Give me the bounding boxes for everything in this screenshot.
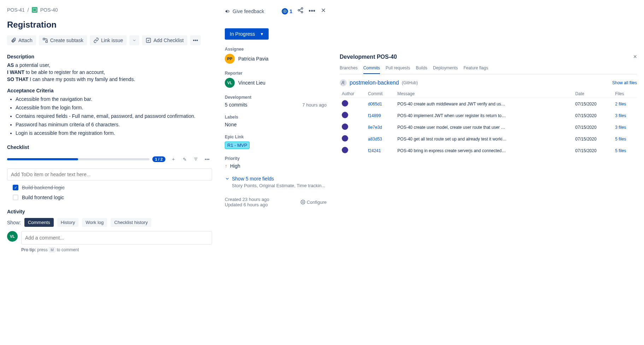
checklist-add-button[interactable]: ＋ (168, 154, 178, 164)
attach-button[interactable]: Attach (7, 35, 36, 45)
dev-panel-close[interactable]: × (633, 53, 637, 61)
breadcrumb: POS-41 / POS-40 (7, 7, 212, 13)
comment-input[interactable] (21, 231, 212, 245)
commit-author-avatar (342, 112, 348, 118)
activity-show-label: Show: (7, 220, 21, 225)
assignee-label: Assignee (225, 47, 327, 52)
commit-message: POS-40 create auth middleware and JWT ve… (397, 102, 507, 107)
commit-hash-link[interactable]: f24241 (368, 148, 381, 153)
show-more-fields[interactable]: Show 5 more fields (225, 176, 327, 182)
dev-tab-builds[interactable]: Builds (416, 65, 427, 74)
development-value[interactable]: 5 commits (225, 102, 247, 108)
checklist-edit-button[interactable]: ✎ (180, 154, 189, 164)
tab-checklist-history[interactable]: Checklist history (111, 218, 151, 227)
eye-icon (282, 8, 288, 15)
close-button[interactable] (320, 7, 327, 15)
commit-files-link[interactable]: 5 files (615, 148, 626, 153)
ac-item: Login is accessible from the registratio… (16, 130, 212, 136)
watch-button[interactable]: 1 (282, 8, 292, 15)
commit-hash-link[interactable]: a83d53 (368, 137, 382, 142)
checklist-item[interactable]: Build backend logic (13, 185, 212, 190)
link-issue-label: Link issue (101, 38, 123, 43)
col-files: Files (613, 90, 637, 98)
more-button[interactable]: ••• (309, 7, 315, 15)
tab-history[interactable]: History (57, 218, 78, 227)
desc-as: AS a potential user, (7, 62, 212, 68)
attach-label: Attach (18, 38, 33, 43)
labels-label: Labels (225, 115, 327, 120)
activity-heading: Activity (7, 209, 212, 214)
checklist-item[interactable]: Build frontend logic (13, 195, 212, 200)
checkbox-checked-icon[interactable] (13, 185, 18, 190)
dev-tab-deployments[interactable]: Deployments (433, 65, 458, 74)
commit-row: d065d1POS-40 create auth middleware and … (340, 98, 637, 110)
repo-name-link[interactable]: postmelon-backend (350, 80, 399, 86)
add-checklist-button[interactable]: Add Checklist (142, 35, 187, 45)
pencil-icon: ✎ (183, 157, 187, 162)
commit-author-avatar (342, 147, 348, 153)
checklist-icon (146, 38, 151, 43)
commit-files-link[interactable]: 5 files (615, 137, 626, 142)
epic-badge[interactable]: R1 - MVP (225, 142, 250, 149)
dev-tab-commits[interactable]: Commits (363, 65, 380, 74)
show-more-subtitle: Story Points, Original Estimate, Time tr… (232, 183, 327, 188)
dev-tab-featureflags[interactable]: Feature flags (463, 65, 488, 74)
create-subtask-label: Create subtask (50, 38, 83, 43)
dev-tab-branches[interactable]: Branches (340, 65, 358, 74)
commit-date: 07/15/2020 (573, 98, 613, 110)
checklist-filter-button[interactable] (191, 154, 201, 164)
configure-button[interactable]: Configure (300, 197, 327, 207)
tab-worklog[interactable]: Work log (82, 218, 107, 227)
assignee-value[interactable]: PP Patricia Pavia (225, 54, 327, 64)
show-all-files-link[interactable]: Show all files (612, 80, 637, 85)
issue-title[interactable]: Registration (7, 20, 212, 30)
link-issue-button[interactable]: Link issue (90, 35, 127, 45)
reporter-value[interactable]: VL Vincent Lieu (225, 78, 327, 88)
share-button[interactable] (297, 7, 304, 15)
watch-count: 1 (289, 8, 292, 14)
commit-date: 07/15/2020 (573, 110, 613, 121)
breadcrumb-parent[interactable]: POS-41 (7, 7, 25, 13)
commit-hash-link[interactable]: f14899 (368, 113, 381, 118)
create-subtask-button[interactable]: Create subtask (39, 35, 87, 45)
svg-line-10 (300, 9, 301, 10)
svg-point-8 (298, 10, 300, 11)
more-icon: ••• (193, 38, 198, 43)
close-icon (320, 7, 327, 13)
checklist-progress-bar (7, 158, 150, 160)
checklist-more-button[interactable]: ••• (202, 154, 212, 164)
tab-comments[interactable]: Comments (24, 218, 54, 227)
give-feedback-link[interactable]: Give feedback (225, 8, 264, 14)
svg-point-14 (302, 201, 304, 203)
epic-label: Epic Link (225, 134, 327, 139)
breadcrumb-current[interactable]: POS-40 (40, 7, 58, 13)
checkbox-unchecked-icon[interactable] (13, 195, 18, 200)
ac-list: Accessible from the navigation bar. Acce… (7, 96, 212, 136)
commit-hash-link[interactable]: 8e7e3d (368, 125, 382, 130)
more-icon: ••• (205, 157, 210, 162)
commit-hash-link[interactable]: d065d1 (368, 102, 382, 107)
commit-files-link[interactable]: 3 files (615, 113, 626, 118)
chevron-down-icon (132, 38, 136, 42)
commit-row: f14899POS-40 implement JWT when user reg… (340, 110, 637, 121)
commit-files-link[interactable]: 3 files (615, 125, 626, 130)
action-row: Attach Create subtask Link issue Add Che… (7, 35, 212, 45)
commit-files-link[interactable]: 2 files (615, 102, 626, 107)
updated-timestamp: Updated 6 hours ago (225, 202, 269, 207)
checklist-todo-input[interactable] (7, 168, 212, 180)
col-message: Message (395, 90, 573, 98)
labels-value[interactable]: None (225, 122, 327, 127)
svg-rect-2 (146, 38, 151, 42)
reporter-name: Vincent Lieu (238, 80, 265, 86)
show-more-label: Show 5 more fields (232, 176, 274, 182)
link-issue-dropdown[interactable] (129, 35, 139, 45)
priority-text: High (230, 163, 240, 169)
chevron-down-icon (225, 176, 230, 181)
story-icon (32, 7, 37, 13)
more-actions-button[interactable]: ••• (190, 35, 201, 45)
ac-item: Accessible from the navigation bar. (16, 96, 212, 102)
priority-value[interactable]: ↑ High (225, 163, 327, 169)
commit-message: POS-40 bring in express create serverjs … (397, 148, 507, 153)
dev-tab-pullrequests[interactable]: Pull requests (386, 65, 410, 74)
status-dropdown[interactable]: In Progress ▼ (225, 28, 269, 40)
